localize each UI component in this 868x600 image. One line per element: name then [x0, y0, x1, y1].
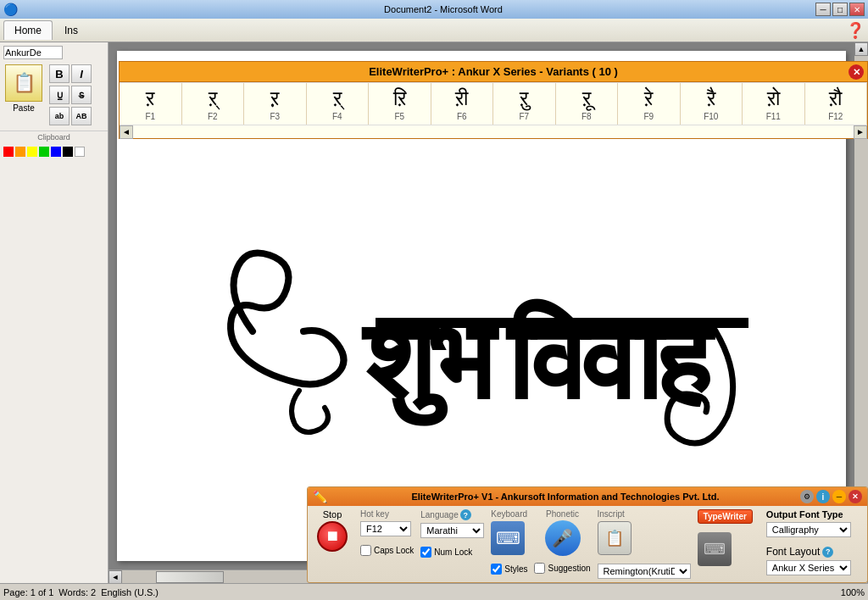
- stop-button[interactable]: ⏹: [317, 521, 348, 552]
- help-icon[interactable]: ❓: [846, 21, 865, 40]
- zoom-text: 100%: [841, 587, 865, 597]
- variants-close-button[interactable]: ✕: [849, 64, 864, 80]
- font-layout-row: Font Layout ?: [766, 546, 851, 558]
- variants-prev-button[interactable]: ◄: [120, 125, 133, 139]
- color-red[interactable]: [3, 147, 14, 157]
- styles-checkbox[interactable]: [491, 564, 502, 575]
- tab-home[interactable]: Home: [3, 20, 53, 40]
- tab-insert[interactable]: Ins: [54, 21, 88, 40]
- ewp-info-button[interactable]: i: [816, 490, 830, 503]
- variant-f6-label: F6: [457, 112, 467, 121]
- format-button-1[interactable]: ab: [49, 107, 70, 125]
- variants-next-button[interactable]: ►: [854, 125, 867, 139]
- language-help-icon[interactable]: ?: [460, 509, 471, 520]
- window-title: Document2 - Microsoft Word: [71, 4, 815, 14]
- status-bar: Page: 1 of 1 Words: 2 English (U.S.) 100…: [0, 583, 868, 600]
- caps-lock-label: Caps Lock: [374, 546, 414, 555]
- variant-f7-glyph: ऱु: [520, 88, 528, 108]
- variant-f10-label: F10: [704, 112, 718, 121]
- variant-f3-label: F3: [270, 112, 280, 121]
- title-bar: 🔵 Document2 - Microsoft Word ─ □ ✕: [0, 0, 868, 19]
- variant-f8[interactable]: ऱू F8: [556, 83, 619, 125]
- ewp-minimize-button[interactable]: ─: [832, 490, 846, 503]
- variant-f10-glyph: ऱै: [707, 88, 715, 108]
- remington-select[interactable]: Remington(KrutiDev): [598, 564, 691, 579]
- color-orange[interactable]: [15, 147, 25, 157]
- caps-lock-checkbox[interactable]: [360, 545, 371, 556]
- ewp-titlebar: ✏️ EliteWriterPro+ V1 - Ankursoft Inform…: [308, 487, 867, 506]
- color-white[interactable]: [75, 147, 85, 157]
- variant-f7[interactable]: ऱु F7: [493, 83, 556, 125]
- styles-row: Styles: [491, 564, 527, 575]
- paste-button[interactable]: 📋: [5, 64, 42, 102]
- close-button[interactable]: ✕: [849, 3, 865, 16]
- variant-f7-label: F7: [519, 112, 529, 121]
- color-yellow[interactable]: [27, 147, 37, 157]
- variant-f11-glyph: ऱो: [767, 88, 780, 108]
- language-select[interactable]: Marathi Hindi: [420, 523, 484, 538]
- color-blue[interactable]: [51, 147, 61, 157]
- scroll-left-button[interactable]: ◄: [108, 570, 122, 584]
- svg-text:शुभ: शुभ: [361, 301, 499, 426]
- suggestion-checkbox[interactable]: [534, 563, 545, 574]
- output-section: Output Font Type Calligraphy Unicode Nor…: [766, 509, 851, 579]
- minimize-button[interactable]: ─: [815, 3, 831, 16]
- language-label: Language: [420, 510, 459, 519]
- format-button-2[interactable]: AB: [71, 107, 92, 125]
- output-font-row: Calligraphy Unicode Normal: [766, 522, 851, 537]
- scroll-up-button[interactable]: ▲: [854, 42, 868, 56]
- variant-f11[interactable]: ऱो F11: [743, 83, 805, 125]
- calligraphy-svg: शुभ विवाह: [185, 162, 778, 450]
- underline-button[interactable]: U̲: [49, 86, 70, 104]
- variant-f12-glyph: ऱौ: [829, 88, 842, 108]
- hotkey-select[interactable]: F12: [360, 521, 411, 536]
- variant-f4[interactable]: ऱ्‌ F4: [307, 83, 370, 125]
- variant-f9[interactable]: ऱे F9: [618, 83, 681, 125]
- font-name-input[interactable]: [3, 46, 63, 59]
- typewriter-button[interactable]: TypeWriter: [698, 509, 753, 524]
- status-text: Page: 1 of 1: [3, 587, 53, 597]
- keyboard-label: Keyboard: [491, 509, 527, 519]
- keyboard-icon[interactable]: ⌨: [491, 521, 525, 555]
- hotkey-section: Hot key F12 Caps Lock: [360, 509, 414, 579]
- num-lock-checkbox[interactable]: [420, 547, 431, 558]
- italic-button[interactable]: I: [71, 64, 92, 83]
- font-layout-help-icon[interactable]: ?: [822, 547, 833, 558]
- language-section: Language ? Marathi Hindi Num Lock: [420, 509, 484, 579]
- typewriter-icon[interactable]: ⌨: [698, 532, 732, 566]
- variant-f5[interactable]: ऱि F5: [369, 83, 431, 125]
- toolbar-section: [0, 42, 108, 59]
- strikethrough-button[interactable]: S̶: [71, 86, 92, 104]
- suggestion-label: Suggestion: [548, 564, 590, 573]
- stop-label: Stop: [323, 509, 342, 519]
- restore-button[interactable]: □: [832, 3, 848, 16]
- bold-button[interactable]: B: [49, 64, 70, 83]
- inscript-section: Inscript 📋 Remington(KrutiDev): [598, 509, 691, 579]
- variant-f10[interactable]: ऱै F10: [681, 83, 743, 125]
- variant-f5-label: F5: [394, 112, 404, 121]
- phonetic-icon[interactable]: 🎤: [545, 520, 581, 556]
- variant-f4-label: F4: [332, 112, 342, 121]
- inscript-icon[interactable]: 📋: [598, 521, 632, 555]
- num-lock-row: Num Lock: [420, 547, 484, 558]
- variant-f12[interactable]: ऱौ F12: [805, 83, 868, 125]
- ewp-close-button[interactable]: ✕: [849, 490, 862, 503]
- clipboard-label: Clipboard: [0, 131, 108, 143]
- num-lock-label: Num Lock: [434, 547, 472, 557]
- main-layout: 🔵 Document2 - Microsoft Word ─ □ ✕ Home …: [0, 0, 868, 600]
- color-black[interactable]: [63, 147, 73, 157]
- variant-f6[interactable]: ऱी F6: [431, 83, 494, 125]
- variant-f5-glyph: ऱि: [393, 88, 406, 108]
- font-layout-select[interactable]: Ankur X Series Kruti Dev Mangal: [766, 560, 851, 575]
- variant-f1-glyph: ऱ: [146, 88, 154, 108]
- suggestion-row: Suggestion: [534, 563, 590, 574]
- variant-f3[interactable]: ऱ़ F3: [244, 83, 307, 125]
- color-green[interactable]: [39, 147, 49, 157]
- output-font-select[interactable]: Calligraphy Unicode Normal: [766, 522, 851, 537]
- ewp-settings-button[interactable]: ⚙: [800, 490, 814, 503]
- keyboard-section: Keyboard ⌨ Styles: [491, 509, 527, 579]
- left-panel: 📋 Paste B I U̲ S̶ ab AB: [0, 42, 108, 583]
- variant-f2[interactable]: ऱ् F2: [182, 83, 245, 125]
- h-scroll-thumb[interactable]: [156, 571, 224, 583]
- variant-f1[interactable]: ऱ F1: [120, 83, 182, 125]
